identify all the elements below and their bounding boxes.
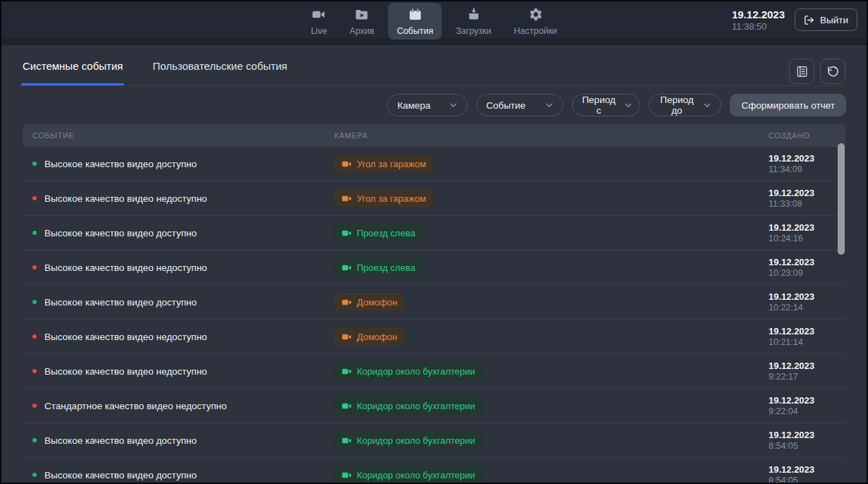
refresh-button[interactable] [820,59,845,84]
status-ring-icon [32,162,37,166]
event-cell: Высокое качество видео доступно [32,159,334,169]
tab-user-events[interactable]: Пользовательские события [152,60,287,86]
camera-icon [341,193,352,204]
row-date: 19.12.2023 [769,291,836,303]
status-ring-icon [32,438,37,442]
settings-gear-icon [528,7,543,24]
tab-actions [789,59,845,84]
nav-tab-downloads[interactable]: Загрузки [447,3,499,40]
nav-tab-live[interactable]: Live [302,3,336,40]
event-label: Высокое качество видео доступно [44,297,197,308]
table-row[interactable]: Высокое качество видео доступно Домофон … [23,285,845,320]
row-date: 19.12.2023 [769,257,836,268]
created-cell: 19.12.2023 10:24:16 [769,222,836,244]
downloads-icon [466,7,481,24]
row-time: 10:22:14 [769,303,836,313]
camera-icon [341,401,352,411]
row-date: 19.12.2023 [769,464,836,476]
table-row[interactable]: Высокое качество видео доступно Коридор … [23,458,845,484]
period-to-dropdown[interactable]: Период до [649,94,721,116]
camera-cell: Проезд слева [334,258,769,277]
camera-badge-label: Коридор около бухгалтерии [357,366,475,377]
logout-button[interactable]: Выйти [795,8,857,31]
row-time: 11:33:08 [769,199,836,210]
table-row[interactable]: Высокое качество видео доступно Коридор … [23,423,845,458]
nav-tab-label: Архив [350,26,374,36]
camera-badge-label: Проезд слева [357,262,415,273]
table-row[interactable]: Высокое качество видео недоступно Домофо… [23,320,845,354]
nav-tab-events[interactable]: События [389,3,442,40]
chevron-down-icon [545,101,554,109]
event-cell: Высокое качество видео недоступно [32,332,334,342]
created-cell: 19.12.2023 11:34:09 [769,153,836,175]
camera-badge: Проезд слева [334,258,422,277]
camera-cell: Коридор около бухгалтерии [334,362,769,380]
row-date: 19.12.2023 [769,361,836,372]
table-header: СОБЫТИЕ КАМЕРА СОЗДАНО [23,123,845,147]
camera-cell: Коридор около бухгалтерии [334,431,769,449]
created-cell: 19.12.2023 11:33:08 [769,188,836,210]
nav-tab-archive[interactable]: Архив [341,3,383,40]
row-time: 8:54:05 [769,441,836,452]
created-cell: 19.12.2023 10:21:14 [769,326,836,348]
camera-cell: Угол за гаражом [334,189,769,207]
created-cell: 19.12.2023 8:54:05 [769,464,836,484]
camera-filter-dropdown[interactable]: Камера [387,94,467,116]
camera-icon [341,470,352,480]
table-row[interactable]: Высокое качество видео доступно Угол за … [23,147,845,181]
scrollbar-thumb[interactable] [838,143,845,255]
event-label: Высокое качество видео недоступно [44,332,207,342]
camera-icon [341,435,352,446]
row-date: 19.12.2023 [769,326,836,337]
camera-badge: Домофон [334,293,404,311]
status-ring-icon [32,231,37,235]
main-nav: Live Архив События Загрузки [302,1,566,40]
app-window: Live Архив События Загрузки [0,0,868,484]
table-row[interactable]: Высокое качество видео недоступно Коридо… [23,354,845,389]
status-ring-icon [32,404,37,408]
row-time: 9:22:17 [769,372,836,382]
event-cell: Высокое качество видео доступно [32,228,334,238]
chevron-down-icon [449,101,458,109]
status-ring-icon [32,196,37,200]
row-date: 19.12.2023 [769,395,836,406]
row-time: 8:54:05 [769,476,836,484]
event-cell: Высокое качество видео недоступно [32,262,334,273]
camera-icon [341,159,352,169]
event-cell: Высокое качество видео недоступно [32,193,334,204]
generate-report-button[interactable]: Сформировать отчет [730,94,846,116]
row-time: 10:24:16 [769,234,836,244]
camera-badge: Коридор около бухгалтерии [334,466,482,484]
nav-tab-settings[interactable]: Настройки [506,3,566,40]
table-row[interactable]: Стандартное качество видео недоступно Ко… [23,389,845,423]
period-from-dropdown[interactable]: Период с [572,94,640,116]
status-ring-icon [32,300,37,304]
event-cell: Стандартное качество видео недоступно [32,401,334,411]
filter-label: Период до [659,95,695,116]
camera-cell: Коридор около бухгалтерии [334,466,769,484]
chevron-down-icon [624,101,632,109]
camera-badge-label: Коридор около бухгалтерии [357,401,475,411]
camera-badge-label: Домофон [357,332,397,342]
created-cell: 19.12.2023 10:23:09 [769,257,836,279]
status-ring-icon [32,334,37,339]
camera-cell: Угол за гаражом [334,155,769,173]
camera-badge-label: Проезд слева [357,228,415,238]
tabs: Системные события Пользовательские событ… [23,60,287,86]
camera-badge-label: Коридор около бухгалтерии [357,435,475,446]
table-row[interactable]: Высокое качество видео доступно Проезд с… [23,216,845,250]
status-ring-icon [32,369,37,373]
nav-tab-label: События [397,26,434,36]
event-rows: Высокое качество видео доступно Угол за … [23,147,845,484]
camera-badge: Коридор около бухгалтерии [334,397,482,415]
tab-system-events[interactable]: Системные события [23,60,123,86]
video-camera-icon [312,7,326,24]
event-label: Высокое качество видео доступно [44,470,197,480]
table-row[interactable]: Высокое качество видео недоступно Проезд… [23,250,845,285]
column-header-event: СОБЫТИЕ [32,131,334,140]
event-label: Высокое качество видео доступно [44,435,197,446]
report-journal-button[interactable] [789,59,814,84]
table-row[interactable]: Высокое качество видео недоступно Угол з… [23,181,845,216]
nav-tab-label: Настройки [514,26,557,36]
event-filter-dropdown[interactable]: Событие [476,94,563,116]
